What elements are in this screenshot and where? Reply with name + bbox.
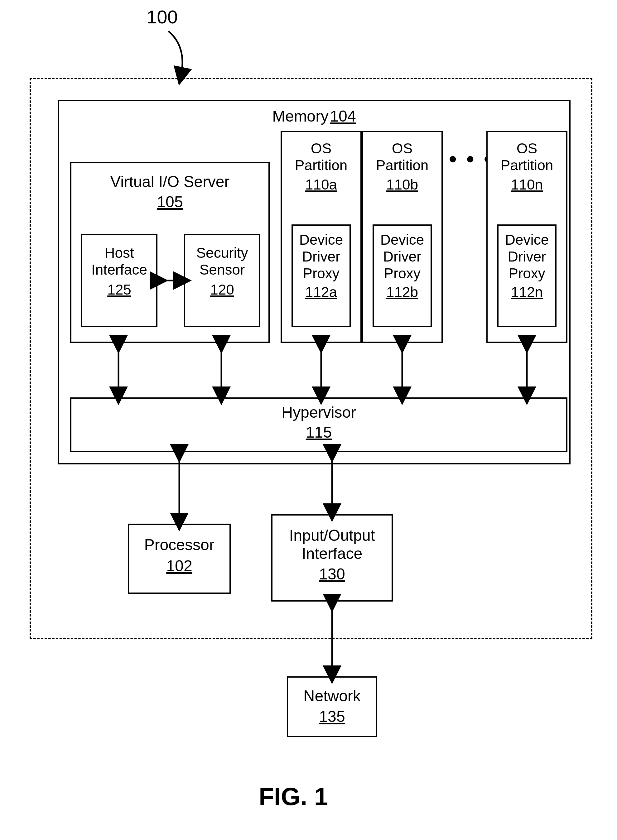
hypervisor-box: Hypervisor 115 bbox=[70, 397, 567, 452]
system-ref-label: 100 bbox=[146, 6, 178, 28]
device-driver-proxy-a: Device Driver Proxy 112a bbox=[292, 224, 351, 327]
memory-title-row: Memory 104 bbox=[59, 107, 569, 125]
network-box: Network 135 bbox=[287, 676, 377, 737]
io-interface-box: Input/Output Interface 130 bbox=[271, 514, 393, 601]
diagram-canvas: 100 Memory 104 Virtual I/O Server 105 Ho… bbox=[0, 0, 617, 840]
vio-title: Virtual I/O Server bbox=[71, 173, 269, 191]
processor-box: Processor 102 bbox=[128, 524, 231, 594]
device-driver-proxy-b: Device Driver Proxy 112b bbox=[373, 224, 432, 327]
memory-ref: 104 bbox=[330, 108, 356, 125]
security-sensor-box: Security Sensor 120 bbox=[184, 234, 260, 327]
figure-caption: FIG. 1 bbox=[259, 783, 328, 811]
memory-title: Memory bbox=[272, 108, 329, 125]
device-driver-proxy-n: Device Driver Proxy 112n bbox=[497, 224, 556, 327]
vio-ref: 105 bbox=[71, 193, 269, 211]
host-interface-box: Host Interface 125 bbox=[81, 234, 158, 327]
